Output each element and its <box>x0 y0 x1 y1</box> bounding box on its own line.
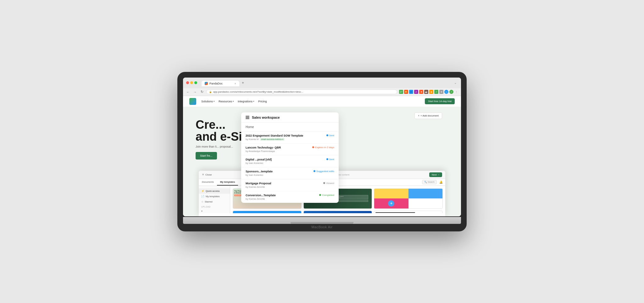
window-collapse-btn[interactable]: ⌄ <box>454 81 458 84</box>
browser-tab-pandadoc[interactable]: PandaDoc × <box>202 81 239 86</box>
hamburger-line-2 <box>246 117 249 118</box>
doc-status-4: Viewed <box>323 182 334 185</box>
doc-status-0: Sent <box>326 134 334 137</box>
inner-search-input[interactable]: 🔍 Search <box>422 180 437 184</box>
doc-status-2: Sent <box>326 158 334 161</box>
more-icon[interactable]: ⋮ <box>454 90 458 94</box>
lock-icon: 🔒 <box>209 91 212 93</box>
status-dot-2 <box>326 158 328 160</box>
sidebar-item-starred[interactable]: ☆ Starred <box>199 199 230 204</box>
reload-button[interactable]: ↻ <box>199 89 204 95</box>
doc-tag-0: smart-success-metrics-n <box>260 138 285 141</box>
pandadoc-tab-icon <box>205 82 208 85</box>
ext-icon-9[interactable]: ⊕ <box>439 90 443 94</box>
workspace-title: Sales workspace <box>252 116 280 119</box>
minimize-traffic-light[interactable] <box>190 81 193 84</box>
maximize-traffic-light[interactable] <box>194 81 197 84</box>
pricing-label: Pricing <box>258 100 267 103</box>
doc-title-2: Digital ...posal [old] <box>246 158 324 161</box>
ext-icon-1[interactable]: 17 <box>399 90 403 94</box>
ext-icon-2[interactable]: 🔔 <box>404 90 408 94</box>
trial-button[interactable]: Start free 14-day trial <box>425 98 455 104</box>
doc-title-5: Conversion...Template <box>246 194 317 197</box>
doc-status-5: Completed <box>319 194 334 197</box>
browser-nav: ← → ↻ 🔒 app.pandadoc.com/a/#/documents-n… <box>183 88 461 96</box>
dropdown-doc-item-0[interactable]: 2022 Engagement Standard SOW Template by… <box>241 132 339 143</box>
quad-plus-button: + <box>388 200 394 207</box>
hamburger-icon <box>246 116 249 119</box>
close-traffic-light[interactable] <box>186 81 189 84</box>
doc-status-3: Suggested edits <box>314 170 334 173</box>
template-card-quad[interactable]: + <box>374 188 443 209</box>
ext-icon-4[interactable]: Z <box>414 90 418 94</box>
sidebar-item-my-templates[interactable]: 📄 My templates <box>199 194 230 199</box>
template-card-scope[interactable]: SCOPE <box>233 211 302 213</box>
hero-start-button[interactable]: Start fre... <box>196 152 217 160</box>
ext-icon-5[interactable]: ★ <box>419 90 423 94</box>
ext-icon-11[interactable]: ✓ <box>449 90 453 94</box>
sidebar-item-upload[interactable]: ▾ <box>199 208 230 214</box>
inner-nav-documents[interactable]: Documents <box>199 179 217 186</box>
doc-info-3: Sponsors...template by Ivan Konenko <box>246 170 311 176</box>
doc-meta-1: by Anastasiya Pisarevskaya <box>246 150 310 153</box>
starred-label: Starred <box>205 200 213 203</box>
dropdown-doc-item-1[interactable]: Lancom Technology- QBR by Anastasiya Pis… <box>241 143 339 155</box>
browser: PandaDoc × + ⌄ ← → ↻ 🔒 app.pandadoc.com/… <box>183 78 461 216</box>
doc-meta-0: by Ksenia M smart-success-metrics-n <box>246 138 324 141</box>
template-card-website-dev[interactable]: WEBSITEDEVELOPMENT <box>303 211 372 213</box>
doc-meta-5: by Ksenia Zenchik <box>246 197 317 200</box>
browser-content: Solutions ▾ Resources ▾ Integrations ▾ <box>183 96 461 216</box>
laptop: PandaDoc × + ⌄ ← → ↻ 🔒 app.pandadoc.com/… <box>177 72 467 231</box>
add-document-label: + Add document <box>420 114 439 117</box>
pandadoc-navbar: Solutions ▾ Resources ▾ Integrations ▾ <box>183 96 461 107</box>
upload-section-label: UPLOAD <box>199 204 230 208</box>
dropdown-doc-item-4[interactable]: Mortgage Proposal by Ksenia Zenchik View… <box>241 179 339 191</box>
ext-icon-7[interactable]: ◈ <box>429 90 433 94</box>
back-button[interactable]: ← <box>186 89 191 95</box>
doc-title-0: 2022 Engagement Standard SOW Template <box>246 134 324 137</box>
next-button[interactable]: Next → <box>429 172 442 177</box>
forward-button[interactable]: → <box>192 89 197 95</box>
tab-close-button[interactable]: × <box>235 82 236 85</box>
browser-tabs: PandaDoc × + <box>202 79 452 86</box>
template-card-list[interactable] <box>374 211 443 213</box>
address-bar[interactable]: 🔒 app.pandadoc.com/a/#/documents-next?so… <box>206 89 397 94</box>
inner-close-button[interactable]: ✕ Close <box>202 173 212 176</box>
dropdown-doc-item-3[interactable]: Sponsors...template by Ivan Konenko Sugg… <box>241 167 339 179</box>
doc-info-0: 2022 Engagement Standard SOW Template by… <box>246 134 324 141</box>
new-tab-button[interactable]: + <box>240 79 278 86</box>
ext-icon-6[interactable]: ☕ <box>424 90 428 94</box>
ext-icon-3[interactable]: 👤 <box>409 90 413 94</box>
status-dot-1 <box>312 146 314 148</box>
ext-icon-8[interactable]: ✓ <box>434 90 438 94</box>
doc-title-3: Sponsors...template <box>246 170 311 173</box>
resources-nav-link[interactable]: Resources ▾ <box>219 100 234 103</box>
doc-author-0: by Ksenia M <box>246 138 258 141</box>
pandadoc-nav-links: Solutions ▾ Resources ▾ Integrations ▾ <box>201 100 267 103</box>
close-label: Close <box>205 173 212 176</box>
status-label-3: Suggested edits <box>316 170 334 173</box>
integrations-label: Integrations <box>238 100 253 103</box>
integrations-nav-link[interactable]: Integrations ▾ <box>238 100 254 103</box>
pricing-nav-link[interactable]: Pricing <box>258 100 267 103</box>
bell-icon[interactable]: 🔔 <box>439 181 443 184</box>
traffic-lights <box>186 81 197 84</box>
starred-icon: ☆ <box>201 200 203 203</box>
solutions-nav-link[interactable]: Solutions ▾ <box>201 100 215 103</box>
dropdown-doc-item-2[interactable]: Digital ...posal [old] by Ivan Konenko S… <box>241 155 339 167</box>
sidebar-item-quick-access[interactable]: ⚡ Quick access <box>199 188 230 194</box>
next-label: Next <box>432 173 436 176</box>
add-document-button[interactable]: + + Add document <box>414 112 442 119</box>
dropdown-doc-item-5[interactable]: Conversion...Template by Ksenia Zenchik … <box>241 191 339 203</box>
doc-author-5: by Ksenia Zenchik <box>246 197 265 200</box>
doc-meta-2: by Ivan Konenko <box>246 162 324 165</box>
ext-icon-10[interactable]: ◻ <box>444 90 448 94</box>
status-dot-3 <box>314 170 315 172</box>
quad-pink-cell: + <box>374 198 408 208</box>
dropdown-home-item[interactable]: Home <box>241 123 339 132</box>
doc-info-5: Conversion...Template by Ksenia Zenchik <box>246 194 317 200</box>
hamburger-line-1 <box>246 116 249 116</box>
inner-nav-my-templates[interactable]: My templates <box>217 179 238 186</box>
solutions-label: Solutions <box>201 100 213 103</box>
doc-title-4: Mortgage Proposal <box>246 182 321 185</box>
